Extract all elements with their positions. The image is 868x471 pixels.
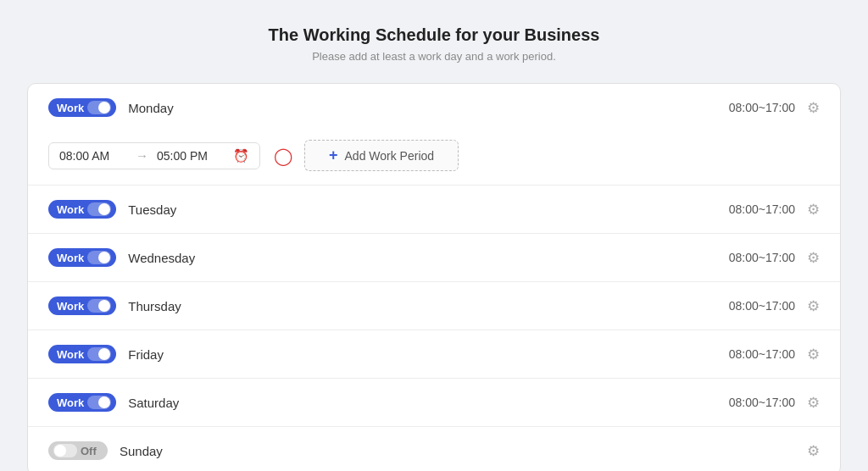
day-name-sunday: Sunday — [120, 444, 795, 458]
toggle-label-tuesday: Work — [57, 203, 84, 216]
toggle-knob-wrapper-tuesday — [87, 202, 111, 216]
toggle-label-sunday: Off — [81, 445, 97, 457]
day-name-wednesday: Wednesday — [128, 251, 728, 265]
toggle-knob-wrapper-saturday — [87, 396, 111, 409]
day-row-thursday: Work Thursday 08:00~17:00 ⚙ — [28, 282, 840, 330]
toggle-knob-monday — [98, 102, 110, 114]
settings-icon-monday[interactable]: ⚙ — [807, 99, 820, 117]
settings-icon-sunday[interactable]: ⚙ — [807, 442, 820, 460]
off-toggle-knob-sunday — [54, 445, 66, 457]
end-time-monday-0[interactable] — [157, 149, 225, 163]
toggle-knob-friday — [98, 348, 110, 360]
toggle-saturday[interactable]: Work — [48, 393, 116, 412]
day-row-wednesday: Work Wednesday 08:00~17:00 ⚙ — [28, 234, 840, 282]
toggle-knob-wrapper-thursday — [87, 299, 111, 313]
day-hours-thursday: 08:00~17:00 — [729, 299, 795, 313]
day-hours-tuesday: 08:00~17:00 — [729, 202, 795, 216]
day-name-thursday: Thursday — [128, 299, 728, 313]
toggle-knob-wrapper-wednesday — [87, 251, 111, 264]
day-hours-monday: 08:00~17:00 — [729, 101, 795, 114]
start-time-monday-0[interactable] — [59, 149, 127, 163]
add-period-monday[interactable]: + Add Work Period — [304, 140, 459, 171]
toggle-knob-tuesday — [98, 203, 110, 215]
day-header-thursday: Work Thursday 08:00~17:00 ⚙ — [48, 282, 820, 330]
toggle-wednesday[interactable]: Work — [48, 248, 116, 267]
delete-period-monday-0[interactable]: ◯ — [274, 147, 292, 164]
day-header-wednesday: Work Wednesday 08:00~17:00 ⚙ — [48, 234, 820, 281]
day-row-monday: Work Monday 08:00~17:00 ⚙ → ⏰ ◯ — [28, 84, 840, 186]
toggle-label-saturday: Work — [57, 396, 84, 409]
toggle-knob-wrapper-monday — [87, 101, 111, 114]
day-row-friday: Work Friday 08:00~17:00 ⚙ — [28, 330, 840, 379]
settings-icon-wednesday[interactable]: ⚙ — [807, 249, 820, 267]
toggle-knob-thursday — [98, 300, 110, 312]
day-name-monday: Monday — [128, 101, 728, 115]
arrow-sep-monday-0: → — [136, 148, 148, 163]
toggle-tuesday[interactable]: Work — [48, 200, 116, 219]
toggle-label-monday: Work — [57, 102, 84, 114]
day-row-sunday: Off Sunday ⚙ — [28, 427, 840, 471]
day-header-sunday: Off Sunday ⚙ — [48, 427, 820, 471]
toggle-label-friday: Work — [57, 348, 84, 361]
schedule-card: Work Monday 08:00~17:00 ⚙ → ⏰ ◯ — [27, 83, 841, 471]
page-title: The Working Schedule for your Business — [269, 25, 600, 45]
toggle-label-wednesday: Work — [57, 252, 84, 264]
time-range-monday-0: → ⏰ — [48, 142, 260, 169]
toggle-thursday[interactable]: Work — [48, 296, 116, 315]
settings-icon-friday[interactable]: ⚙ — [807, 346, 820, 363]
day-hours-saturday: 08:00~17:00 — [729, 396, 795, 409]
day-header-tuesday: Work Tuesday 08:00~17:00 ⚙ — [48, 186, 820, 233]
day-name-saturday: Saturday — [128, 396, 728, 410]
clock-icon-monday-0: ⏰ — [233, 148, 249, 163]
day-row-tuesday: Work Tuesday 08:00~17:00 ⚙ — [28, 186, 840, 234]
settings-icon-saturday[interactable]: ⚙ — [807, 394, 820, 412]
plus-icon-monday: + — [329, 147, 338, 164]
day-header-monday: Work Monday 08:00~17:00 ⚙ — [48, 84, 820, 131]
day-name-friday: Friday — [128, 347, 728, 362]
day-hours-friday: 08:00~17:00 — [729, 347, 795, 361]
day-header-friday: Work Friday 08:00~17:00 ⚙ — [48, 330, 820, 378]
day-hours-wednesday: 08:00~17:00 — [729, 251, 795, 264]
page-subtitle: Please add at least a work day and a wor… — [312, 50, 556, 63]
toggle-knob-wednesday — [98, 252, 110, 263]
off-toggle-knob-wrapper-sunday — [53, 444, 77, 457]
add-period-label-monday: Add Work Period — [345, 149, 435, 163]
toggle-knob-saturday — [98, 396, 110, 408]
toggle-knob-wrapper-friday — [87, 347, 111, 361]
day-details-monday: → ⏰ ◯ + Add Work Period — [48, 131, 820, 185]
toggle-label-thursday: Work — [57, 300, 84, 313]
day-row-saturday: Work Saturday 08:00~17:00 ⚙ — [28, 379, 840, 427]
settings-icon-thursday[interactable]: ⚙ — [807, 297, 820, 315]
settings-icon-tuesday[interactable]: ⚙ — [807, 201, 820, 219]
page-wrapper: The Working Schedule for your Business P… — [0, 0, 868, 471]
toggle-friday[interactable]: Work — [48, 345, 116, 363]
day-header-saturday: Work Saturday 08:00~17:00 ⚙ — [48, 379, 820, 426]
toggle-sunday[interactable]: Off — [48, 441, 108, 460]
toggle-monday[interactable]: Work — [48, 98, 116, 117]
day-name-tuesday: Tuesday — [128, 202, 728, 217]
